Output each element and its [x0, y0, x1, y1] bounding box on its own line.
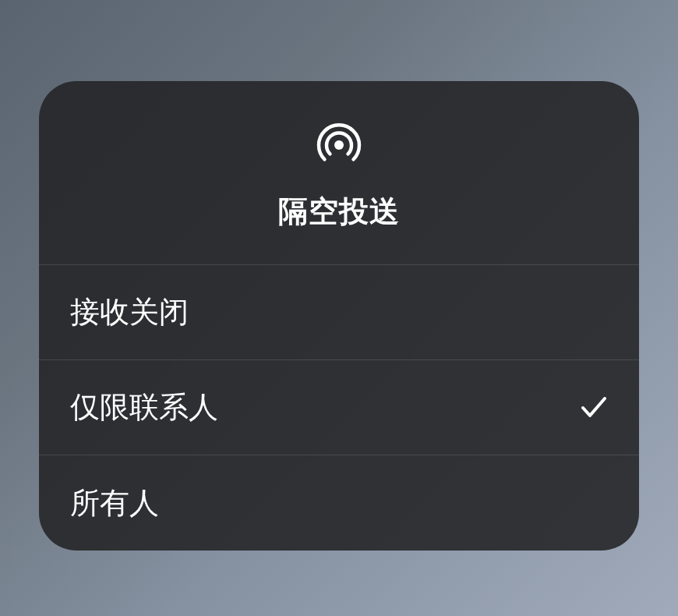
option-label: 所有人: [70, 483, 159, 523]
checkmark-icon: [580, 394, 608, 422]
panel-header: 隔空投送: [39, 81, 639, 265]
option-receiving-off[interactable]: 接收关闭: [39, 265, 639, 360]
option-label: 接收关闭: [70, 292, 189, 332]
airdrop-icon: [314, 120, 364, 170]
svg-point-0: [334, 140, 344, 150]
option-contacts-only[interactable]: 仅限联系人: [39, 360, 639, 455]
airdrop-settings-panel: 隔空投送 接收关闭 仅限联系人 所有人: [39, 81, 639, 551]
option-everyone[interactable]: 所有人: [39, 455, 639, 551]
option-label: 仅限联系人: [70, 388, 218, 427]
panel-title: 隔空投送: [278, 192, 400, 232]
